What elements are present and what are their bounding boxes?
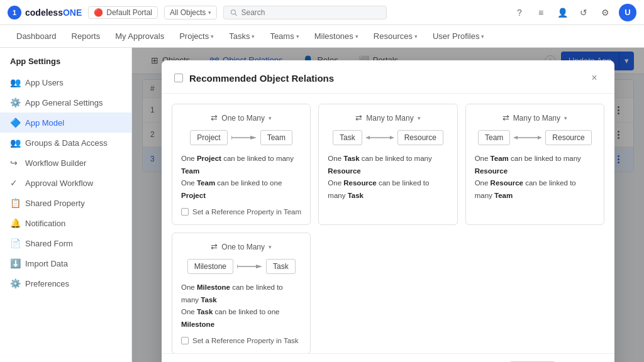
content-area: ⊞ Objects Object Relations 👤 Roles ⬜ Por… (132, 48, 644, 362)
teams-chevron: ▾ (296, 33, 299, 40)
portal-badge[interactable]: 🔴 Default Portal (88, 6, 158, 19)
svg-marker-13 (514, 136, 518, 140)
sidebar-label-workflow-builder: Workflow Builder (25, 158, 86, 168)
rel-card-1-type: One to Many (221, 114, 265, 123)
rel-card-3-right-node: Resource (545, 130, 591, 145)
sidebar-item-shared-form[interactable]: 📄 Shared Form (0, 233, 131, 253)
notification-icon: 🔔 (10, 218, 20, 228)
history-icon[interactable]: ↺ (576, 5, 591, 20)
navbar: Dashboard Reports My Approvals Projects … (0, 25, 644, 48)
sidebar-item-approval-workflow[interactable]: ✓ Approval Workflow (0, 173, 131, 193)
rel-card-2-diagram: Task Resource (328, 130, 448, 145)
sidebar-label-shared-form: Shared Form (25, 239, 73, 248)
portal-label: Default Portal (106, 8, 152, 17)
settings-icon[interactable]: ⚙ (597, 5, 613, 20)
rel-card-1-chevron[interactable]: ▾ (269, 115, 272, 121)
sidebar-label-app-general-settings: App General Settings (25, 98, 103, 107)
nav-dashboard[interactable]: Dashboard (10, 28, 63, 45)
rel-card-3-chevron[interactable]: ▾ (564, 115, 567, 121)
rel-card-2-chevron[interactable]: ▾ (418, 115, 421, 121)
rel-card-1-left-node: Project (190, 130, 227, 145)
main-layout: App Settings 👥 App Users ⚙️ App General … (0, 48, 644, 362)
sidebar-label-app-model: App Model (25, 118, 64, 128)
workflow-builder-icon: ↪ (10, 158, 20, 168)
all-objects-button[interactable]: All Objects ▾ (164, 6, 217, 19)
preferences-icon: ⚙️ (10, 278, 20, 288)
sidebar-label-shared-property: Shared Property (25, 199, 85, 208)
modal-footer: Cancel Add (162, 353, 614, 362)
tasks-chevron: ▾ (252, 33, 255, 40)
rel-card-3-desc: One Team can be linked to many Resource … (475, 153, 595, 202)
nav-my-approvals[interactable]: My Approvals (109, 28, 170, 45)
rel-card-4-left-node: Milestone (187, 259, 233, 274)
rel-card-milestone-task: ⇄ One to Many ▾ Milestone Task One Miles… (172, 233, 311, 353)
rel-card-1-header: ⇄ One to Many ▾ (181, 113, 301, 123)
logo-icon: 1 (8, 6, 21, 19)
rel-card-4-desc: One Milestone can be linked to many Task… (181, 282, 301, 331)
rel-card-1-right-node: Team (260, 130, 292, 145)
milestones-chevron: ▾ (355, 33, 358, 40)
sidebar-item-notification[interactable]: 🔔 Notification (0, 213, 131, 233)
menu-icon[interactable]: ≡ (533, 5, 548, 20)
rel-card-1-arrow (231, 133, 257, 142)
rel-card-4-diagram: Milestone Task (181, 259, 301, 274)
sidebar-item-groups-data-access[interactable]: 👥 Groups & Data Access (0, 133, 131, 153)
sidebar-item-preferences[interactable]: ⚙️ Preferences (0, 273, 131, 293)
rel-card-3-left-node: Team (478, 130, 510, 145)
nav-reports[interactable]: Reports (65, 28, 107, 45)
rel-card-1-checkbox[interactable] (181, 208, 189, 216)
all-objects-chevron: ▾ (208, 9, 211, 16)
search-input[interactable] (241, 8, 380, 17)
modal-header: Recommended Object Relations × (162, 60, 614, 94)
nav-projects[interactable]: Projects ▾ (173, 28, 220, 45)
avatar[interactable]: U (619, 4, 636, 21)
logo-text: codelessONE (25, 8, 82, 18)
rel-card-2-header: ⇄ Many to Many ▾ (328, 113, 448, 123)
rel-card-3-diagram: Team Resource (475, 130, 595, 145)
sidebar-item-app-general-settings[interactable]: ⚙️ App General Settings (0, 92, 131, 112)
rel-card-2-desc: One Task can be linked to many Resource … (328, 153, 448, 202)
import-data-icon: ⬇️ (10, 258, 20, 268)
rel-card-4-chevron[interactable]: ▾ (269, 244, 272, 250)
nav-tasks[interactable]: Tasks ▾ (223, 28, 261, 45)
user-profiles-chevron: ▾ (481, 33, 484, 40)
topbar-icons: ? ≡ 👤 ↺ ⚙ U (512, 4, 636, 21)
account-icon[interactable]: 👤 (555, 5, 570, 20)
sidebar-item-shared-property[interactable]: 📋 Shared Property (0, 193, 131, 213)
modal-header-checkbox[interactable] (174, 74, 183, 82)
modal-close-button[interactable]: × (587, 70, 602, 85)
modal-overlay: Recommended Object Relations × ⇄ One to … (132, 48, 644, 362)
search-bar[interactable] (223, 6, 387, 19)
rel-card-3-header: ⇄ Many to Many ▾ (475, 113, 595, 123)
rel-card-task-resource: ⇄ Many to Many ▾ Task Resource One Task … (318, 104, 457, 225)
rel-card-4-checkbox[interactable] (181, 337, 189, 344)
sidebar-label-groups-data-access: Groups & Data Access (25, 138, 108, 148)
shared-form-icon: 📄 (10, 238, 20, 248)
rel-card-2-left-node: Task (333, 130, 362, 145)
sidebar-item-app-model[interactable]: 🔷 App Model (0, 112, 131, 133)
projects-chevron: ▾ (211, 33, 214, 40)
resources-chevron: ▾ (414, 33, 418, 40)
rel-card-2-type: Many to Many (366, 114, 413, 123)
all-objects-label: All Objects (170, 8, 206, 17)
nav-user-profiles[interactable]: User Profiles ▾ (426, 28, 491, 45)
search-icon (230, 9, 237, 16)
rel-card-2-right-node: Resource (397, 130, 443, 145)
approval-workflow-icon: ✓ (10, 178, 20, 188)
nav-resources[interactable]: Resources ▾ (367, 28, 424, 45)
app-users-icon: 👥 (10, 77, 20, 87)
app-model-icon: 🔷 (10, 118, 20, 128)
svg-marker-15 (256, 265, 262, 268)
sidebar-item-app-users[interactable]: 👥 App Users (0, 72, 131, 92)
topbar: 1 codelessONE 🔴 Default Portal All Objec… (0, 0, 644, 25)
svg-line-1 (235, 14, 237, 16)
rel-card-1-checkbox-label: Set a Reference Property in Team (192, 208, 301, 216)
nav-milestones[interactable]: Milestones ▾ (308, 28, 365, 45)
svg-marker-12 (538, 136, 541, 140)
sidebar-item-workflow-builder[interactable]: ↪ Workflow Builder (0, 153, 131, 173)
help-icon[interactable]: ? (512, 5, 527, 20)
sidebar-label-notification: Notification (25, 219, 65, 228)
sidebar-item-import-data[interactable]: ⬇️ Import Data (0, 253, 131, 273)
nav-teams[interactable]: Teams ▾ (264, 28, 305, 45)
logo: 1 codelessONE (8, 6, 82, 19)
